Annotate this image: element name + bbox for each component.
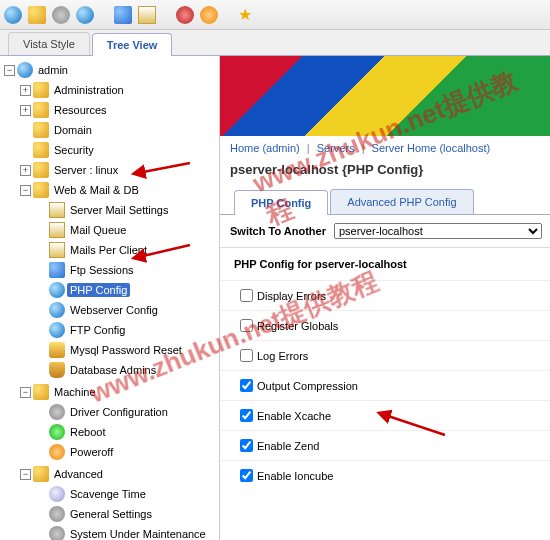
toolbar-icon[interactable] — [114, 6, 132, 24]
tree-item-webserver-config[interactable]: Webserver Config — [67, 303, 161, 317]
separator-icon: | — [307, 142, 310, 154]
tree-item-ftp-sessions[interactable]: Ftp Sessions — [67, 263, 137, 277]
config-tabs: PHP Config Advanced PHP Config — [220, 189, 550, 215]
gear-icon — [49, 506, 65, 522]
tree-item-server[interactable]: Server : linux — [51, 163, 121, 177]
collapse-icon[interactable]: − — [20, 469, 31, 480]
tree-item-scavenge[interactable]: Scavenge Time — [67, 487, 149, 501]
power-icon — [49, 444, 65, 460]
folder-icon — [33, 162, 49, 178]
tree-root-admin[interactable]: admin — [35, 63, 71, 77]
gear-icon — [49, 526, 65, 540]
folder-icon — [33, 102, 49, 118]
switch-server-row: Switch To Another pserver-localhost — [220, 215, 550, 248]
globe-icon — [49, 322, 65, 338]
folder-icon — [33, 122, 49, 138]
separator-icon: | — [362, 142, 365, 154]
key-icon — [49, 342, 65, 358]
expand-icon[interactable]: + — [20, 165, 31, 176]
clock-icon — [49, 486, 65, 502]
option-register-globals: Register Globals — [220, 310, 550, 340]
tree-item-server-mail[interactable]: Server Mail Settings — [67, 203, 171, 217]
navigation-tree: − admin +Administration +Resources Domai… — [0, 56, 220, 540]
option-enable-ioncube: Enable Ioncube — [220, 460, 550, 490]
toolbar-icon[interactable] — [52, 6, 70, 24]
option-label: Enable Ioncube — [257, 470, 333, 482]
tab-tree-view[interactable]: Tree View — [92, 33, 173, 56]
tree-item-db-admins[interactable]: Database Admins — [67, 363, 159, 377]
option-label: Display Errors — [257, 290, 326, 302]
switch-label: Switch To Another — [222, 225, 334, 237]
folder-icon — [33, 384, 49, 400]
tree-item-advanced[interactable]: Advanced — [51, 467, 106, 481]
globe-icon — [49, 282, 65, 298]
option-label: Output Compression — [257, 380, 358, 392]
toolbar-icon[interactable] — [76, 6, 94, 24]
expand-icon[interactable]: + — [20, 105, 31, 116]
header-banner — [220, 56, 550, 136]
tree-item-reboot[interactable]: Reboot — [67, 425, 108, 439]
reboot-icon — [49, 424, 65, 440]
tree-item-poweroff[interactable]: Poweroff — [67, 445, 116, 459]
toolbar-icon[interactable] — [4, 6, 22, 24]
tree-item-general[interactable]: General Settings — [67, 507, 155, 521]
tree-item-ftp-config[interactable]: FTP Config — [67, 323, 128, 337]
tree-item-administration[interactable]: Administration — [51, 83, 127, 97]
star-icon[interactable]: ★ — [238, 5, 252, 24]
collapse-icon[interactable]: − — [20, 185, 31, 196]
tree-item-driver[interactable]: Driver Configuration — [67, 405, 171, 419]
breadcrumb-home[interactable]: Home (admin) — [230, 142, 300, 154]
option-log-errors: Log Errors — [220, 340, 550, 370]
checkbox-enable-ioncube[interactable] — [240, 469, 253, 482]
main-toolbar: ★ — [0, 0, 550, 30]
folder-icon — [33, 82, 49, 98]
option-label: Log Errors — [257, 350, 308, 362]
switch-server-select[interactable]: pserver-localhost — [334, 223, 542, 239]
toolbar-icon[interactable] — [28, 6, 46, 24]
tree-item-resources[interactable]: Resources — [51, 103, 110, 117]
tree-item-maintenance[interactable]: System Under Maintenance — [67, 527, 209, 540]
tree-item-machine[interactable]: Machine — [51, 385, 99, 399]
breadcrumb-servers[interactable]: Servers — [317, 142, 355, 154]
view-tabs: Vista Style Tree View — [0, 30, 550, 56]
checkbox-display-errors[interactable] — [240, 289, 253, 302]
tab-advanced-php-config[interactable]: Advanced PHP Config — [330, 189, 473, 214]
option-label: Enable Zend — [257, 440, 319, 452]
option-display-errors: Display Errors — [220, 280, 550, 310]
tab-vista-style[interactable]: Vista Style — [8, 32, 90, 55]
tab-php-config[interactable]: PHP Config — [234, 190, 328, 215]
breadcrumb: Home (admin) | Servers | Server Home (lo… — [220, 136, 550, 160]
page-title: pserver-localhost {PHP Config} — [220, 160, 550, 185]
option-enable-xcache: Enable Xcache — [220, 400, 550, 430]
tree-item-mysql-pw[interactable]: Mysql Password Reset — [67, 343, 185, 357]
checkbox-enable-xcache[interactable] — [240, 409, 253, 422]
collapse-icon[interactable]: − — [20, 387, 31, 398]
folder-icon — [33, 466, 49, 482]
option-label: Enable Xcache — [257, 410, 331, 422]
toolbar-icon[interactable] — [176, 6, 194, 24]
checkbox-register-globals[interactable] — [240, 319, 253, 332]
breadcrumb-server-home[interactable]: Server Home (localhost) — [372, 142, 491, 154]
tree-item-domain[interactable]: Domain — [51, 123, 95, 137]
checkbox-enable-zend[interactable] — [240, 439, 253, 452]
checkbox-log-errors[interactable] — [240, 349, 253, 362]
content-pane: Home (admin) | Servers | Server Home (lo… — [220, 56, 550, 540]
expand-icon[interactable]: + — [20, 85, 31, 96]
tree-item-php-config[interactable]: PHP Config — [67, 283, 130, 297]
tree-item-mail-queue[interactable]: Mail Queue — [67, 223, 129, 237]
file-icon — [49, 262, 65, 278]
tree-item-mails-per-client[interactable]: Mails Per Client — [67, 243, 150, 257]
option-label: Register Globals — [257, 320, 338, 332]
toolbar-icon[interactable] — [138, 6, 156, 24]
option-enable-zend: Enable Zend — [220, 430, 550, 460]
checkbox-output-compression[interactable] — [240, 379, 253, 392]
mail-icon — [49, 242, 65, 258]
toolbar-icon[interactable] — [200, 6, 218, 24]
database-icon — [49, 362, 65, 378]
tree-item-webmaildb[interactable]: Web & Mail & DB — [51, 183, 142, 197]
collapse-icon[interactable]: − — [4, 65, 15, 76]
option-output-compression: Output Compression — [220, 370, 550, 400]
gear-icon — [49, 404, 65, 420]
tree-item-security[interactable]: Security — [51, 143, 97, 157]
mail-icon — [49, 202, 65, 218]
